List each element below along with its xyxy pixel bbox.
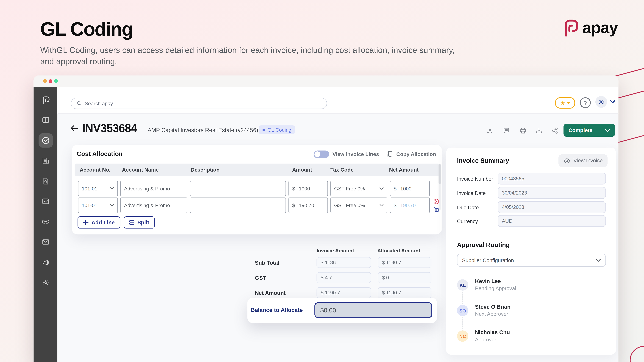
invoice-number-field[interactable]: 00043565	[498, 173, 606, 184]
invoice-date-label: Invoice Date	[457, 190, 486, 196]
amount-input[interactable]: $1000	[288, 181, 328, 196]
net-amount-label: Net Amount	[255, 290, 286, 296]
view-invoice-button[interactable]: View Invoice	[558, 154, 608, 167]
status-badge: GL Coding	[259, 125, 295, 134]
window-minimize-button[interactable]	[43, 79, 47, 83]
approver-status: Next Approver	[475, 311, 508, 317]
col-amount: Amount	[292, 167, 312, 173]
col-account-name: Account Name	[122, 167, 159, 173]
search-placeholder: Search apay	[85, 100, 113, 106]
download-icon[interactable]	[535, 127, 543, 134]
tax-code-select[interactable]: GST Free 0%	[330, 198, 388, 213]
share-icon[interactable]	[552, 127, 559, 134]
view-invoice-lines-toggle[interactable]	[314, 150, 329, 158]
help-button[interactable]: ?	[580, 97, 591, 108]
balance-input[interactable]: $0.00	[314, 302, 432, 318]
cost-allocation-title: Cost Allocation	[77, 150, 123, 157]
invoice-amount-header: Invoice Amount	[316, 248, 354, 254]
allocation-row: 101-01 Advertising & Promo $190.70 GST F…	[78, 198, 430, 213]
net-amount-input[interactable]: $190.70	[390, 198, 430, 213]
subtotal-label: Sub Total	[255, 260, 279, 266]
sidebar-item-settings[interactable]	[38, 276, 53, 290]
due-date-field[interactable]: 4/05/2023	[498, 201, 606, 213]
approver-status: Approver	[475, 337, 496, 342]
table-header: Account No. Account Name Description Amo…	[75, 164, 439, 176]
brand-logo: apay	[563, 18, 618, 37]
balance-label: Balance to Allocate	[251, 307, 303, 313]
status-dot	[262, 128, 265, 131]
app-window: Search apay ★ ? JC INV353684 AMP Capital…	[34, 76, 618, 362]
net-invoice-field[interactable]: $ 1190.7	[316, 287, 371, 298]
description-input[interactable]	[190, 181, 286, 196]
account-no-select[interactable]: 101-01	[78, 181, 118, 196]
sidebar-item-mail[interactable]	[38, 235, 53, 249]
apay-logo-icon	[563, 18, 580, 37]
copy-allocation-button[interactable]: Copy Allocation	[387, 150, 436, 158]
page: GL Coding WithGL Coding, users can acces…	[0, 0, 644, 362]
due-date-label: Due Date	[457, 204, 479, 210]
account-name-input[interactable]: Advertising & Promo	[120, 181, 188, 196]
decor-arc	[630, 346, 644, 362]
search-icon	[76, 101, 82, 106]
back-button[interactable]	[70, 124, 78, 132]
avatar[interactable]: JC	[596, 96, 607, 108]
gst-allocated-field[interactable]: $ 0	[378, 272, 432, 283]
window-close-button[interactable]	[48, 79, 52, 83]
add-line-button[interactable]: Add Line	[78, 216, 120, 228]
account-no-select[interactable]: 101-01	[78, 198, 118, 213]
sidebar-item-approvals[interactable]	[38, 133, 53, 148]
net-allocated-field[interactable]: $ 1190.7	[378, 287, 432, 298]
sparkles-icon[interactable]	[486, 127, 494, 134]
sidebar-item-company[interactable]	[38, 154, 53, 168]
cost-allocation-card: Cost Allocation View Invoice Lines Copy …	[72, 145, 442, 234]
sidebar-item-integrations[interactable]	[38, 214, 53, 229]
eye-icon	[563, 158, 570, 164]
currency-label: Currency	[457, 218, 478, 224]
invoice-number-title: INV353684	[82, 122, 137, 135]
description-input[interactable]	[190, 198, 286, 213]
table-buttons: Add Line Split	[78, 216, 154, 228]
supplier-configuration-select[interactable]: Supplier Configuration	[457, 254, 606, 267]
amount-input[interactable]: $190.70	[288, 198, 328, 213]
allocation-row: 101-01 Advertising & Promo $1000 GST Fre…	[78, 181, 430, 196]
page-title: GL Coding	[40, 18, 133, 40]
table-scrollbar[interactable]	[438, 164, 440, 210]
page-subtitle: WithGL Coding, users can access detailed…	[40, 44, 468, 67]
approver-name: Kevin Lee	[475, 278, 501, 284]
approver-name: Steve O'Brian	[475, 304, 510, 310]
window-maximize-button[interactable]	[54, 79, 58, 83]
col-description: Description	[191, 167, 220, 173]
printer-icon[interactable]	[520, 127, 527, 134]
sidebar-item-announcements[interactable]	[38, 255, 53, 270]
copy-icon	[387, 150, 393, 158]
view-invoice-lines-toggle-group: View Invoice Lines	[314, 150, 379, 158]
account-name-input[interactable]: Advertising & Promo	[120, 198, 188, 213]
tax-code-select[interactable]: GST Free 0%	[330, 181, 388, 196]
user-menu-chevron[interactable]	[610, 100, 616, 104]
currency-field[interactable]: AUD	[498, 215, 606, 227]
invoice-number-label: Invoice Number	[457, 176, 493, 182]
split-icon	[129, 220, 134, 225]
sidebar-logo-icon	[40, 95, 50, 105]
split-button[interactable]: Split	[124, 216, 155, 228]
allocated-amount-header: Allocated Amount	[377, 248, 420, 254]
avatar: NC	[457, 330, 468, 342]
subtotal-allocated-field[interactable]: $ 1190.7	[378, 257, 432, 268]
favorites-button[interactable]: ★	[555, 97, 575, 109]
complete-button[interactable]: Complete	[564, 124, 615, 137]
invoice-date-field[interactable]: 30/04/2023	[498, 187, 606, 199]
search-input[interactable]: Search apay	[71, 98, 327, 109]
invoice-summary-title: Invoice Summary	[457, 157, 509, 164]
sidebar-item-reports[interactable]	[38, 194, 53, 208]
avatar: KL	[457, 279, 468, 290]
sidebar-item-dashboard[interactable]	[38, 113, 53, 127]
topbar: Search apay ★ ? JC	[58, 87, 618, 114]
subtotal-invoice-field[interactable]: $ 1186	[316, 257, 371, 268]
net-amount-input[interactable]: $1000	[390, 181, 430, 196]
star-icon: ★	[560, 100, 565, 106]
comment-icon[interactable]	[503, 127, 510, 134]
sidebar-item-document-search[interactable]	[38, 174, 53, 188]
window-titlebar	[34, 76, 618, 87]
scrollbar-thumb[interactable]	[438, 164, 440, 184]
gst-invoice-field[interactable]: $ 4.7	[316, 272, 371, 283]
